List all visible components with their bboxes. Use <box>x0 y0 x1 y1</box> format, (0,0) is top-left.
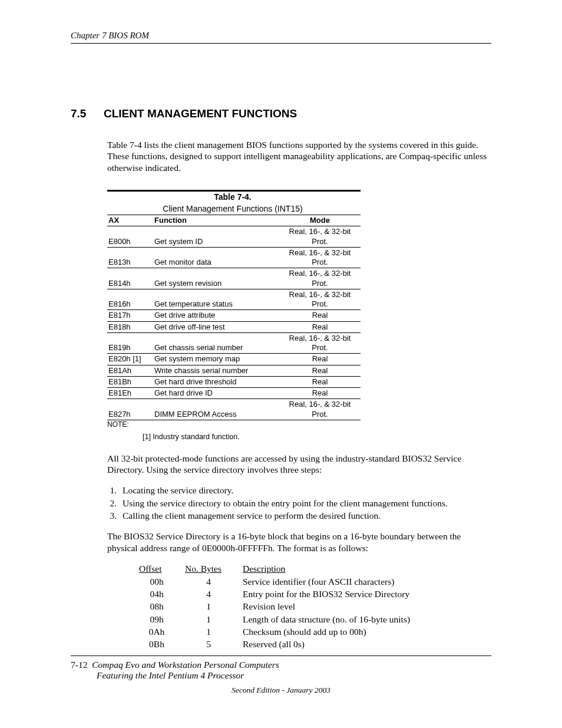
cell-ax: E820h [1] <box>107 354 153 365</box>
cell-mode: Real <box>282 310 361 321</box>
cell-ax: E81Bh <box>107 376 153 387</box>
cell-function: Get drive off-line test <box>153 321 282 332</box>
section-number: 7.5 <box>71 107 104 120</box>
cell-function: DIMM EEPROM Access <box>153 399 282 420</box>
table-subtitle: Client Management Functions (INT15) <box>107 203 361 215</box>
table-row: E827hDIMM EEPROM AccessReal, 16-, & 32-b… <box>107 399 361 420</box>
fmt-offset: 0Ah <box>139 626 185 638</box>
fmt-nbytes: 4 <box>185 588 243 601</box>
fmt-row: 08h1Revision level <box>139 601 421 613</box>
col-header-mode: Mode <box>282 215 361 226</box>
footer-title-2: Featuring the Intel Pentium 4 Processor <box>97 670 491 681</box>
format-table: Offset No. Bytes Description 00h4Service… <box>139 563 421 651</box>
table-row: E819hGet chassis serial numberReal, 16-,… <box>107 332 361 354</box>
step-item: Using the service directory to obtain th… <box>119 498 491 509</box>
cell-ax: E81Eh <box>107 388 153 399</box>
table-caption: Table 7-4. <box>107 191 361 203</box>
cell-ax: E816h <box>107 289 153 310</box>
fmt-desc: Length of data structure (no. of 16-byte… <box>243 614 421 626</box>
cell-mode: Real <box>282 321 361 332</box>
step-item: Locating the service directory. <box>119 485 491 496</box>
table-row: E817hGet drive attributeReal <box>107 310 361 321</box>
cell-mode: Real <box>282 365 361 376</box>
table-row: E813hGet monitor dataReal, 16-, & 32-bit… <box>107 247 361 268</box>
table-note-text: [1] Industry standard function. <box>143 433 491 442</box>
fmt-header-nbytes: No. Bytes <box>185 563 243 575</box>
cell-ax: E814h <box>107 268 153 289</box>
fmt-nbytes: 4 <box>185 576 243 588</box>
running-header: Chapter 7 BIOS ROM <box>71 31 491 44</box>
footer-edition: Second Edition - January 2003 <box>71 686 491 695</box>
section-title: CLIENT MANAGEMENT FUNCTIONS <box>104 107 297 120</box>
fmt-header-desc: Description <box>243 563 421 575</box>
cell-mode: Real, 16-, & 32-bit Prot. <box>282 289 361 310</box>
fmt-row: 00h4Service identifier (four ASCII chara… <box>139 576 421 588</box>
fmt-nbytes: 5 <box>185 638 243 651</box>
fmt-desc: Reserved (all 0s) <box>243 638 421 651</box>
section-heading: 7.5CLIENT MANAGEMENT FUNCTIONS <box>71 107 491 120</box>
page-footer: 7-12 Compaq Evo and Workstation Personal… <box>71 655 491 695</box>
table-row: E81AhWrite chassis serial numberReal <box>107 365 361 376</box>
cell-mode: Real, 16-, & 32-bit Prot. <box>282 399 361 420</box>
cell-ax: E81Ah <box>107 365 153 376</box>
cell-ax: E800h <box>107 226 153 248</box>
cell-function: Write chassis serial number <box>153 365 282 376</box>
table-row: E820h [1]Get system memory mapReal <box>107 354 361 365</box>
table-row: E818hGet drive off-line testReal <box>107 321 361 332</box>
footer-title-1: Compaq Evo and Workstation Personal Comp… <box>92 660 279 670</box>
fmt-offset: 09h <box>139 614 185 626</box>
fmt-row: 09h1Length of data structure (no. of 16-… <box>139 614 421 626</box>
cell-mode: Real, 16-, & 32-bit Prot. <box>282 226 361 248</box>
cell-function: Get hard drive threshold <box>153 376 282 387</box>
cell-function: Get system memory map <box>153 354 282 365</box>
fmt-nbytes: 1 <box>185 601 243 613</box>
paragraph-2: All 32-bit protected-mode functions are … <box>107 453 491 476</box>
table-row: E800hGet system IDReal, 16-, & 32-bit Pr… <box>107 226 361 248</box>
cell-function: Get temperature status <box>153 289 282 310</box>
page-number: 7-12 <box>71 660 87 670</box>
cell-ax: E819h <box>107 332 153 354</box>
cell-function: Get drive attribute <box>153 310 282 321</box>
fmt-offset: 00h <box>139 576 185 588</box>
table-note-label: NOTE: <box>107 420 491 429</box>
cell-mode: Real, 16-, & 32-bit Prot. <box>282 247 361 268</box>
paragraph-3: The BIOS32 Service Directory is a 16-byt… <box>107 531 491 554</box>
step-item: Calling the client management service to… <box>119 510 491 521</box>
intro-paragraph: Table 7-4 lists the client management BI… <box>107 139 491 173</box>
cell-ax: E827h <box>107 399 153 420</box>
fmt-offset: 0Bh <box>139 638 185 651</box>
fmt-header-offset: Offset <box>139 563 185 575</box>
cell-ax: E817h <box>107 310 153 321</box>
fmt-row: 0Bh5Reserved (all 0s) <box>139 638 421 651</box>
fmt-row: 0Ah1Checksum (should add up to 00h) <box>139 626 421 638</box>
fmt-desc: Entry point for the BIOS32 Service Direc… <box>243 588 421 601</box>
cell-mode: Real, 16-, & 32-bit Prot. <box>282 268 361 289</box>
cell-function: Get system revision <box>153 268 282 289</box>
fmt-offset: 08h <box>139 601 185 613</box>
cell-function: Get system ID <box>153 226 282 248</box>
table-7-4: Table 7-4. Client Management Functions (… <box>107 190 491 429</box>
cell-function: Get monitor data <box>153 247 282 268</box>
table-row: E814hGet system revisionReal, 16-, & 32-… <box>107 268 361 289</box>
fmt-nbytes: 1 <box>185 626 243 638</box>
cell-function: Get hard drive ID <box>153 388 282 399</box>
col-header-function: Function <box>153 215 282 226</box>
table-row: E816hGet temperature statusReal, 16-, & … <box>107 289 361 310</box>
table-row: E81BhGet hard drive thresholdReal <box>107 376 361 387</box>
cell-ax: E813h <box>107 247 153 268</box>
table-body: E800hGet system IDReal, 16-, & 32-bit Pr… <box>107 226 361 420</box>
cell-function: Get chassis serial number <box>153 332 282 354</box>
cell-mode: Real <box>282 376 361 387</box>
cell-mode: Real <box>282 354 361 365</box>
cell-ax: E818h <box>107 321 153 332</box>
fmt-offset: 04h <box>139 588 185 601</box>
table-row: E81EhGet hard drive IDReal <box>107 388 361 399</box>
fmt-nbytes: 1 <box>185 614 243 626</box>
cell-mode: Real <box>282 388 361 399</box>
col-header-ax: AX <box>107 215 153 226</box>
fmt-desc: Revision level <box>243 601 421 613</box>
steps-list: Locating the service directory.Using the… <box>107 485 491 521</box>
fmt-row: 04h4Entry point for the BIOS32 Service D… <box>139 588 421 601</box>
fmt-desc: Checksum (should add up to 00h) <box>243 626 421 638</box>
fmt-desc: Service identifier (four ASCII character… <box>243 576 421 588</box>
